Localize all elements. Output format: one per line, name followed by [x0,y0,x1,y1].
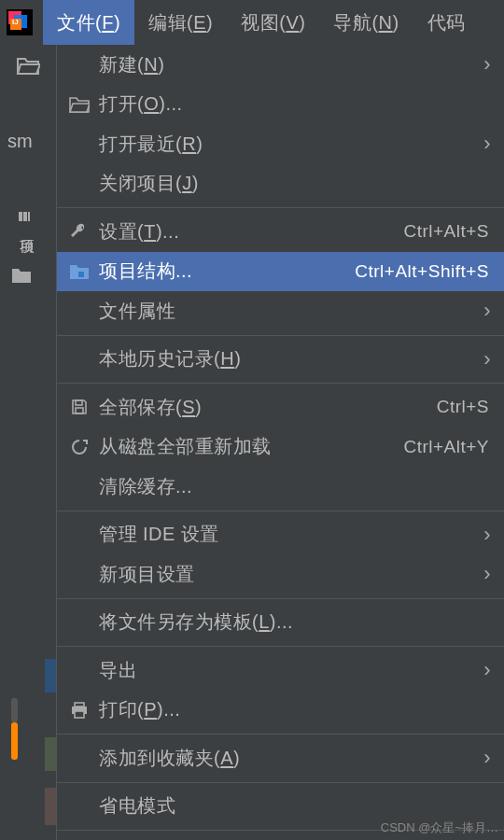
print-icon [68,702,91,719]
svg-rect-10 [76,408,83,413]
watermark-text: CSDN @众星~捧月… [381,819,498,836]
app-logo: IJ [6,8,34,36]
menu-item-export[interactable]: 导出 › [57,651,504,691]
separator [57,511,504,511]
chevron-right-icon: › [483,299,491,323]
shortcut-text: Ctrl+S [437,397,489,417]
gutter-marker-brown [45,788,56,825]
chevron-right-icon: › [483,132,491,156]
menu-item-new-project-settings[interactable]: 新项目设置 › [57,554,504,595]
separator [57,782,504,783]
menu-item-save-all[interactable]: 全部保存(S) Ctrl+S [57,387,504,427]
menubar: IJ 文件(F) 编辑(E) 视图(V) 导航(N) 代码 [0,0,504,45]
menu-item-file-properties[interactable]: 文件属性 › [57,291,504,331]
scrollbar-thumb[interactable] [11,722,18,760]
menu-item-new[interactable]: 新建(N) › [57,45,504,85]
menu-item-manage-ide-settings[interactable]: 管理 IDE 设置 › [57,515,504,555]
menu-navigate[interactable]: 导航(N) [319,0,413,45]
shortcut-text: Ctrl+Alt+Y [403,437,489,457]
menu-edit[interactable]: 编辑(E) [134,0,227,45]
menu-item-save-as-template[interactable]: 将文件另存为模板(L)... [57,603,504,643]
gutter-marker-olive [45,737,56,771]
shortcut-text: Ctrl+Alt+S [403,221,489,242]
save-icon [68,399,91,415]
menu-item-add-to-favorites[interactable]: 添加到收藏夹(A) › [57,738,504,778]
folder-icon[interactable] [11,267,32,287]
file-menu-dropdown: 新建(N) › 打开(O)... 打开最近(R) › 关闭项目(J) 设置(T)… [56,45,504,840]
svg-rect-5 [19,212,22,221]
open-icon [68,96,91,113]
chevron-right-icon: › [483,523,491,547]
chevron-right-icon: › [483,562,491,586]
separator [57,646,504,647]
chevron-right-icon: › [483,746,491,770]
svg-rect-6 [23,212,27,221]
separator [57,335,504,336]
menu-item-invalidate-caches[interactable]: 清除缓存... [57,467,504,507]
menu-item-open[interactable]: 打开(O)... [57,85,504,125]
wrench-icon [68,222,91,241]
menu-item-reload-from-disk[interactable]: 从磁盘全部重新加载 Ctrl+Alt+Y [57,427,504,468]
svg-rect-9 [76,400,82,405]
svg-rect-13 [75,711,84,718]
svg-rect-8 [78,272,84,277]
menu-item-print[interactable]: 打印(P)... [57,691,504,731]
menu-item-settings[interactable]: 设置(T)... Ctrl+Alt+S [57,212,504,252]
gutter-marker-blue [45,659,56,693]
menu-item-open-recent[interactable]: 打开最近(R) › [57,124,504,164]
project-tool-label[interactable]: 项目 [17,209,36,228]
menu-code[interactable]: 代码 [413,0,480,45]
chevron-right-icon: › [483,347,491,371]
sidebar: sm 项目 [0,45,56,840]
menu-file[interactable]: 文件(F) [43,0,134,45]
separator [57,598,504,599]
svg-text:IJ: IJ [12,18,19,26]
menu-item-close-project[interactable]: 关闭项目(J) [57,164,504,204]
project-structure-icon [68,263,91,280]
shortcut-text: Ctrl+Alt+Shift+S [355,261,489,282]
menu-item-local-history[interactable]: 本地历史记录(H) › [57,340,504,380]
menu-item-project-structure[interactable]: 项目结构... Ctrl+Alt+Shift+S [57,252,504,292]
menu-view[interactable]: 视图(V) [227,0,319,45]
svg-rect-11 [75,703,84,707]
svg-rect-7 [28,212,30,221]
separator [57,207,504,208]
separator [57,383,504,384]
chevron-right-icon: › [483,658,491,682]
chevron-right-icon: › [483,52,491,77]
reload-icon [68,438,91,456]
separator [57,734,504,735]
open-folder-icon[interactable] [0,45,56,86]
project-name-fragment: sm [7,131,33,152]
scrollbar-track [11,698,18,722]
